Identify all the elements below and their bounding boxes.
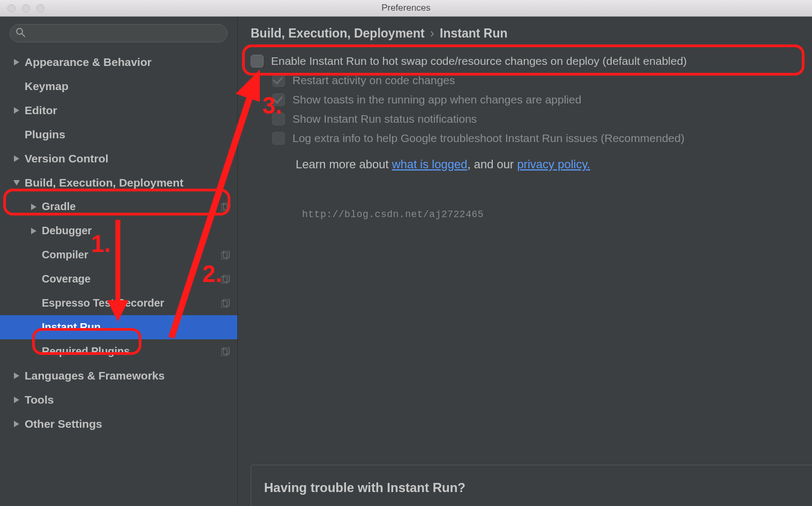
svg-rect-8 [223,203,229,210]
svg-rect-14 [221,301,227,308]
preferences-sidebar: Appearance & BehaviorKeymapEditorPlugins… [0,17,238,506]
sidebar-item-coverage[interactable]: Coverage [0,267,237,291]
checkbox [272,113,285,125]
svg-rect-15 [223,299,229,306]
trouble-heading: Having trouble with Instant Run? [264,480,465,495]
breadcrumb-root[interactable]: Build, Execution, Deployment [251,26,425,40]
option-label: Enable Instant Run to hot swap code/reso… [271,55,687,68]
titlebar: Preferences [0,0,812,17]
project-scope-icon [221,299,230,308]
option-label: Log extra info to help Google troublesho… [292,132,685,145]
option-label: Show Instant Run status notifications [292,113,477,125]
chevron-right-icon [13,397,20,403]
svg-line-1 [22,34,25,36]
sidebar-item-compiler[interactable]: Compiler [0,243,237,267]
project-scope-icon [221,203,230,211]
checkbox [272,93,285,106]
svg-marker-5 [13,180,20,185]
sidebar-item-build-execution-deployment[interactable]: Build, Execution, Deployment [0,170,237,195]
link-what-is-logged[interactable]: what is logged [392,158,468,171]
sidebar-item-appearance-behavior[interactable]: Appearance & Behavior [0,50,237,74]
svg-marker-6 [31,204,36,210]
minimize-window-button[interactable] [22,4,30,12]
sidebar-item-label: Languages & Frameworks [25,369,164,382]
breadcrumb: Build, Execution, Deployment › Instant R… [238,17,812,51]
option-row: Log extra info to help Google troublesho… [238,129,812,148]
option-row[interactable]: Enable Instant Run to hot swap code/reso… [238,51,812,71]
svg-rect-12 [221,277,227,284]
sidebar-item-label: Espresso Test Recorder [42,297,164,309]
option-label: Restart activity on code changes [292,74,455,87]
sidebar-item-debugger[interactable]: Debugger [0,219,237,243]
sidebar-item-label: Plugins [25,128,65,141]
search-icon [16,27,25,39]
chevron-right-icon [30,204,37,210]
project-scope-icon [221,251,230,259]
svg-rect-13 [223,275,229,282]
settings-content: Build, Execution, Deployment › Instant R… [238,17,812,506]
svg-rect-17 [223,347,229,354]
chevron-right-icon [13,155,20,162]
zoom-window-button[interactable] [36,4,44,12]
sidebar-item-languages-frameworks[interactable]: Languages & Frameworks [0,363,237,388]
chevron-right-icon [13,421,20,427]
project-scope-icon [221,275,230,284]
window-controls [0,4,44,12]
sidebar-item-instant-run[interactable]: Instant Run [0,315,237,339]
breadcrumb-leaf: Instant Run [440,26,508,40]
sidebar-item-label: Appearance & Behavior [25,56,152,69]
window-title: Preferences [381,3,431,13]
option-row: Show toasts in the running app when chan… [238,90,812,109]
learn-more-text: Learn more about what is logged, and our… [238,148,812,172]
checkbox[interactable] [251,55,264,68]
sidebar-item-espresso-test-recorder[interactable]: Espresso Test Recorder [0,291,237,315]
chevron-right-icon [13,107,20,114]
close-window-button[interactable] [7,4,16,12]
sidebar-item-label: Coverage [42,273,91,285]
option-row: Restart activity on code changes [238,71,812,90]
svg-marker-2 [14,59,19,65]
svg-rect-11 [223,251,229,258]
option-label: Show toasts in the running app when chan… [292,93,581,106]
sidebar-item-editor[interactable]: Editor [0,98,237,122]
sidebar-item-version-control[interactable]: Version Control [0,146,237,170]
search-field[interactable] [28,28,222,39]
svg-marker-9 [31,228,36,234]
sidebar-item-label: Tools [25,393,54,406]
sidebar-item-label: Other Settings [25,418,102,430]
sidebar-item-label: Gradle [42,200,76,213]
sidebar-item-label: Required Plugins [42,345,130,358]
chevron-right-icon [13,59,20,65]
svg-marker-18 [14,373,19,379]
sidebar-item-tools[interactable]: Tools [0,388,237,412]
sidebar-item-gradle[interactable]: Gradle [0,195,237,219]
chevron-down-icon [13,180,20,185]
sidebar-item-label: Compiler [42,249,88,261]
sidebar-item-label: Version Control [25,152,108,165]
chevron-right-icon [13,373,20,379]
sidebar-item-label: Keymap [25,80,69,93]
breadcrumb-separator: › [430,26,434,40]
sidebar-item-label: Editor [25,104,57,117]
watermark-text: http://blog.csdn.net/aj2722465 [238,172,812,220]
checkbox [272,74,285,87]
project-scope-icon [221,347,230,356]
sidebar-item-label: Build, Execution, Deployment [25,176,183,189]
settings-tree: Appearance & BehaviorKeymapEditorPlugins… [0,48,237,506]
svg-marker-3 [14,107,19,114]
trouble-panel: Having trouble with Instant Run? [251,465,812,506]
svg-rect-16 [221,349,227,356]
svg-rect-10 [221,252,227,259]
sidebar-item-keymap[interactable]: Keymap [0,74,237,98]
chevron-right-icon [30,228,37,234]
search-input[interactable] [10,24,228,42]
checkbox [272,132,285,145]
sidebar-item-other-settings[interactable]: Other Settings [0,412,237,436]
sidebar-item-plugins[interactable]: Plugins [0,122,237,146]
sidebar-item-required-plugins[interactable]: Required Plugins [0,339,237,363]
sidebar-item-label: Debugger [42,225,92,237]
option-row: Show Instant Run status notifications [238,109,812,129]
svg-marker-4 [14,155,19,162]
link-privacy-policy[interactable]: privacy policy. [517,158,590,171]
svg-rect-7 [221,204,227,211]
